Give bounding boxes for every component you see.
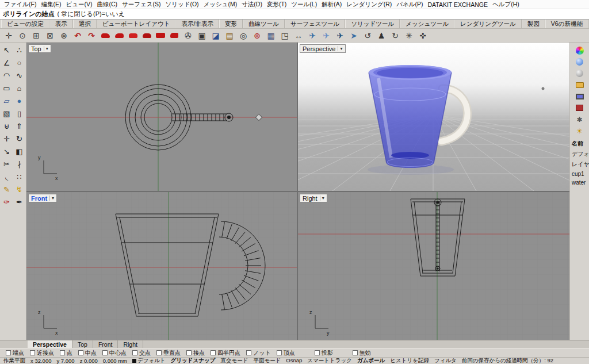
viewport-label-top[interactable]: Top ▾ — [28, 44, 51, 53]
status-toggle[interactable]: 直交モード — [220, 357, 248, 364]
ribbon-tab[interactable]: 変形 — [219, 20, 243, 28]
orbit-icon[interactable]: ↻ — [389, 30, 401, 41]
menu-item[interactable]: レンダリング(R) — [344, 1, 394, 9]
layer-row[interactable]: デフォ — [572, 150, 589, 158]
osnap-checkbox-item[interactable]: 点 — [60, 349, 72, 357]
checkbox[interactable] — [156, 350, 162, 355]
scale-icon[interactable]: ↘ — [1, 145, 13, 158]
pen-icon[interactable]: ✒ — [13, 196, 26, 208]
status-toggle[interactable]: ヒストリを記録 — [390, 357, 429, 364]
sun-icon[interactable]: ☀ — [575, 127, 585, 135]
move-icon[interactable]: ✛ — [1, 132, 13, 145]
cylinder-icon[interactable]: ▯ — [13, 107, 26, 120]
checkbox[interactable] — [277, 350, 282, 355]
layer-row[interactable]: レイヤ — [572, 160, 589, 168]
menu-item[interactable]: DATAKIT EXCHANGE — [426, 1, 490, 8]
extrude-icon[interactable]: ⇑ — [13, 120, 26, 132]
menu-item[interactable]: ソリッド(O) — [163, 1, 201, 9]
checkbox[interactable] — [132, 350, 137, 355]
pan-hand-icon[interactable]: ✛ — [2, 30, 15, 41]
books-icon[interactable]: ▤ — [223, 30, 236, 41]
viewport-label-right[interactable]: Right ▾ — [300, 194, 327, 202]
library-icon[interactable] — [575, 104, 585, 112]
menu-item[interactable]: ツール(L) — [289, 1, 319, 9]
paint-icon[interactable]: ✑ — [1, 196, 13, 208]
grid-icon[interactable]: ▦ — [265, 30, 277, 41]
status-toggle[interactable]: 平面モード — [253, 357, 281, 364]
viewport-tab[interactable]: Right — [118, 340, 143, 348]
menu-item[interactable]: ヘルプ(H) — [490, 1, 522, 9]
ribbon-tab[interactable]: V6の新機能 — [545, 20, 588, 28]
display-sphere-icon[interactable] — [575, 58, 585, 66]
redo-view-icon[interactable]: ↷ — [85, 30, 98, 41]
ribbon-tab[interactable]: 曲線ツール — [243, 20, 285, 28]
red-car-icon-2[interactable] — [113, 30, 125, 41]
red-truck-icon[interactable] — [154, 30, 167, 41]
ribbon-tab[interactable]: サーフェスツール — [285, 20, 345, 28]
zoom-selected-icon[interactable]: ⊛ — [58, 30, 70, 41]
target-icon[interactable]: ◎ — [237, 30, 250, 41]
osnap-checkbox-item[interactable]: ノット — [246, 349, 271, 357]
active-layer[interactable]: デフォルト — [132, 357, 166, 364]
compass-icon[interactable]: ⊕ — [251, 30, 263, 41]
ribbon-tab[interactable]: ビューの設定 — [1, 20, 49, 28]
osnap-checkbox-item[interactable]: 頂点 — [277, 349, 295, 357]
menu-item[interactable]: ビュー(V) — [63, 1, 94, 9]
boolean-icon[interactable]: ⊎ — [1, 120, 13, 132]
osnap-checkbox-item[interactable]: 交点 — [132, 349, 151, 357]
crosshair-icon[interactable]: ✜ — [416, 30, 429, 41]
cplane-icon[interactable]: ◳ — [278, 30, 291, 41]
box-icon[interactable]: ▧ — [1, 107, 13, 120]
curve-icon[interactable]: ∿ — [13, 69, 26, 82]
osnap-checkbox-item[interactable]: 投影 — [315, 349, 333, 357]
array-icon[interactable]: ∷ — [13, 170, 26, 183]
viewport-label-perspective[interactable]: Perspective ▾ — [300, 44, 346, 53]
circle-icon[interactable]: ○ — [13, 56, 26, 69]
chevron-down-icon[interactable]: ▾ — [49, 196, 54, 201]
ribbon-tab[interactable]: レンダリングツール — [454, 20, 521, 28]
walk-person-icon[interactable]: ♟ — [375, 30, 388, 41]
checkbox[interactable] — [315, 350, 320, 355]
rotate-view-icon[interactable]: ↺ — [361, 30, 374, 41]
gear-icon[interactable]: ✱ — [575, 115, 585, 124]
blue-plane-icon[interactable]: ✈ — [306, 30, 319, 41]
status-toggle[interactable]: Osnap — [286, 357, 302, 364]
zoom-window-icon[interactable]: ⊞ — [30, 30, 43, 41]
layer-row[interactable]: water — [572, 179, 589, 186]
rectangle-icon[interactable]: ▭ — [1, 82, 13, 94]
color-wheel-icon[interactable] — [575, 46, 585, 55]
checkbox[interactable] — [102, 350, 108, 355]
osnap-checkbox-item[interactable]: 四半円点 — [211, 349, 240, 357]
lightning-icon[interactable]: ↯ — [13, 183, 26, 196]
osnap-checkbox-item[interactable]: 垂直点 — [156, 349, 181, 357]
points-icon[interactable]: ∴ — [13, 44, 26, 56]
checkbox[interactable] — [78, 350, 83, 355]
osnap-checkbox-item[interactable]: 中心点 — [102, 349, 127, 357]
osnap-checkbox-item[interactable]: 端点 — [6, 349, 24, 357]
status-toggle[interactable]: フィルタ — [434, 357, 457, 364]
osnap-checkbox-item[interactable]: 近接点 — [30, 349, 54, 357]
command-input[interactable]: ポリラインの始点 ( 常に閉じる(P)=いいえ — [0, 9, 589, 20]
menu-item[interactable]: 編集(E) — [39, 1, 63, 9]
menu-item[interactable]: メッシュ(M) — [201, 1, 240, 9]
surface-icon[interactable]: ▱ — [1, 94, 13, 107]
ribbon-tab[interactable]: ビューポートレイアウト — [97, 20, 176, 28]
checkbox[interactable] — [6, 350, 11, 355]
checkbox[interactable] — [246, 350, 251, 355]
status-toggle[interactable]: ガムボール — [357, 357, 385, 364]
menu-item[interactable]: ファイル(F) — [2, 1, 39, 9]
osnap-checkbox-item[interactable]: 無効 — [353, 349, 371, 357]
save-view-icon[interactable]: ◪ — [209, 30, 222, 41]
command-options[interactable]: ( 常に閉じる(P)=いいえ — [58, 10, 125, 18]
checkbox[interactable] — [186, 350, 192, 355]
viewport-tab[interactable]: Front — [93, 340, 118, 348]
polygon-icon[interactable]: ⌂ — [13, 82, 26, 94]
ribbon-tab[interactable]: 表示 — [49, 20, 73, 28]
menu-item[interactable]: 解析(A) — [319, 1, 344, 9]
chevron-down-icon[interactable]: ▾ — [320, 196, 324, 201]
chevron-down-icon[interactable]: ▾ — [44, 46, 48, 51]
material-sphere-icon[interactable] — [575, 69, 585, 78]
menu-item[interactable]: サーフェス(S) — [120, 1, 163, 9]
blue-plane-icon-2[interactable]: ✈ — [320, 30, 332, 41]
sphere-icon[interactable]: ● — [13, 94, 26, 107]
